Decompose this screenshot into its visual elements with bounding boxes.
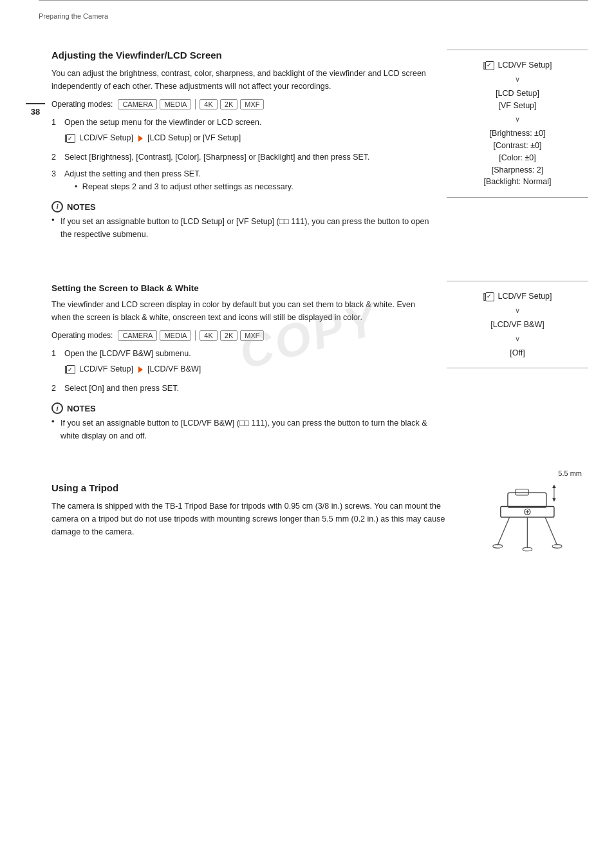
mode-media-2: MEDIA xyxy=(160,330,191,341)
main-content: Adjusting the Viewfinder/LCD Screen You … xyxy=(51,24,588,557)
section3-right: 5.5 mm xyxy=(472,469,588,557)
section1-operating-modes: Operating modes: CAMERA MEDIA 4K 2K MXF xyxy=(51,99,434,109)
page-container: Preparing the Camera 38 COPY Adjusting t… xyxy=(0,0,614,868)
notes-label-1: NOTES xyxy=(67,202,96,212)
mode-2k-1: 2K xyxy=(220,99,237,109)
step1-2: 2 Select [Brightness], [Contrast], [Colo… xyxy=(51,151,434,164)
section3-wrapper: Using a Tripod The camera is shipped wit… xyxy=(51,469,588,557)
sidebar2-arrow1: ∨ xyxy=(447,305,588,316)
section2-operating-modes: Operating modes: CAMERA MEDIA 4K 2K MXF xyxy=(51,330,434,341)
step1-3-bullet: • Repeat steps 2 and 3 to adjust other s… xyxy=(64,180,434,193)
sidebar-menu-icon-2 xyxy=(485,292,494,301)
section2-note-1: • If you set an assignable button to [LC… xyxy=(51,417,434,442)
sidebar1-arrow1: ∨ xyxy=(447,74,588,85)
section1-desc: You can adjust the brightness, contrast,… xyxy=(51,67,434,93)
section1-sidebar: [ LCD/VF Setup] ∨ [LCD Setup][VF Setup] … xyxy=(447,37,588,249)
step1-1: 1 Open the setup menu for the viewfinder… xyxy=(51,116,434,147)
step2-1: 1 Open the [LCD/VF B&W] submenu. [ LCD/V… xyxy=(51,347,434,378)
sidebar2-item3: [Off] xyxy=(447,344,588,362)
step1-1-menu: [ LCD/VF Setup] [LCD Setup] or [VF Setup… xyxy=(64,131,434,144)
notes-label-2: NOTES xyxy=(67,404,96,413)
mode-mxf-1: MXF xyxy=(240,99,264,109)
tripod-measure-label: 5.5 mm xyxy=(472,469,588,477)
step1-3: 3 Adjust the setting and then press SET.… xyxy=(51,167,434,193)
svg-line-7 xyxy=(498,517,509,545)
step2-2: 2 Select [On] and then press SET. xyxy=(51,382,434,395)
info-icon-1: i xyxy=(51,201,63,212)
mode-sep-2 xyxy=(195,330,196,341)
section1-sidebar-menu: [ LCD/VF Setup] ∨ [LCD Setup][VF Setup] … xyxy=(447,50,588,198)
mode-media-1: MEDIA xyxy=(160,99,191,109)
mode-camera-2: CAMERA xyxy=(118,330,157,341)
page-number: 38 xyxy=(26,103,45,117)
operating-modes-label-2: Operating modes: xyxy=(51,331,113,340)
svg-line-9 xyxy=(545,517,557,545)
arrow-icon-2 xyxy=(138,366,143,373)
arrow-icon-1 xyxy=(138,135,143,142)
section1-steps: 1 Open the setup menu for the viewfinder… xyxy=(51,116,434,193)
section3-title: Using a Tripod xyxy=(51,482,460,493)
page-header: Preparing the Camera xyxy=(39,6,588,24)
svg-marker-1 xyxy=(552,484,556,488)
section1-notes: i NOTES • If you set an assignable butto… xyxy=(51,201,434,241)
step2-1-text: Open the [LCD/VF B&W] submenu. xyxy=(64,347,434,360)
step1-2-text: Select [Brightness], [Contrast], [Color]… xyxy=(64,151,434,164)
section2-desc: The viewfinder and LCD screen display in… xyxy=(51,298,434,324)
section1-title: Adjusting the Viewfinder/LCD Screen xyxy=(51,50,434,61)
mode-4k-2: 4K xyxy=(200,330,217,341)
section3-desc: The camera is shipped with the TB-1 Trip… xyxy=(51,500,460,538)
header-text: Preparing the Camera xyxy=(39,12,108,20)
section2-sidebar-menu: [ LCD/VF Setup] ∨ [LCD/VF B&W] ∨ [Off] xyxy=(447,281,588,368)
section1-note-1: • If you set an assignable button to [LC… xyxy=(51,215,434,241)
section2-title: Setting the Screen to Black & White xyxy=(51,283,434,293)
sidebar2-item2: [LCD/VF B&W] xyxy=(447,316,588,334)
step2-1-menu: [ LCD/VF Setup] [LCD/VF B&W] xyxy=(64,363,434,375)
sidebar1-arrow2: ∨ xyxy=(447,114,588,125)
step1-1-text: Open the setup menu for the viewfinder o… xyxy=(64,116,434,129)
mode-mxf-2: MXF xyxy=(240,330,264,341)
mode-2k-2: 2K xyxy=(220,330,237,341)
section2-notes: i NOTES • If you set an assignable butto… xyxy=(51,402,434,442)
menu-check-icon-1 xyxy=(66,134,75,143)
operating-modes-label: Operating modes: xyxy=(51,100,113,109)
step1-3-text: Adjust the setting and then press SET. xyxy=(64,167,434,180)
section1-left: Adjusting the Viewfinder/LCD Screen You … xyxy=(51,37,434,249)
menu-check-icon-2 xyxy=(66,365,75,374)
mode-4k-1: 4K xyxy=(200,99,217,109)
sidebar1-item2: [LCD Setup][VF Setup] xyxy=(447,85,588,115)
tripod-diagram xyxy=(479,480,582,557)
tripod-wrapper: Using a Tripod The camera is shipped wit… xyxy=(51,469,588,557)
svg-marker-2 xyxy=(552,498,556,502)
top-rule xyxy=(39,0,588,6)
sidebar2-item1: [ LCD/VF Setup] xyxy=(447,288,588,305)
section2-wrapper: Setting the Screen to Black & White The … xyxy=(51,268,588,450)
sidebar1-item1: [ LCD/VF Setup] xyxy=(447,57,588,74)
sidebar2-arrow2: ∨ xyxy=(447,334,588,344)
section2-sidebar: [ LCD/VF Setup] ∨ [LCD/VF B&W] ∨ [Off] xyxy=(447,268,588,450)
mode-camera-1: CAMERA xyxy=(118,99,157,109)
section2-left: Setting the Screen to Black & White The … xyxy=(51,268,434,450)
info-icon-2: i xyxy=(51,402,63,414)
svg-rect-14 xyxy=(516,489,528,495)
section2-steps: 1 Open the [LCD/VF B&W] submenu. [ LCD/V… xyxy=(51,347,434,395)
sidebar1-item3: [Brightness: ±0][Contrast: ±0][Color: ±0… xyxy=(447,125,588,191)
section3-left: Using a Tripod The camera is shipped wit… xyxy=(51,469,460,545)
sidebar-menu-icon-1 xyxy=(485,61,494,70)
section1-wrapper: Adjusting the Viewfinder/LCD Screen You … xyxy=(51,37,588,249)
step2-2-text: Select [On] and then press SET. xyxy=(64,382,434,395)
mode-sep-1 xyxy=(195,99,196,109)
